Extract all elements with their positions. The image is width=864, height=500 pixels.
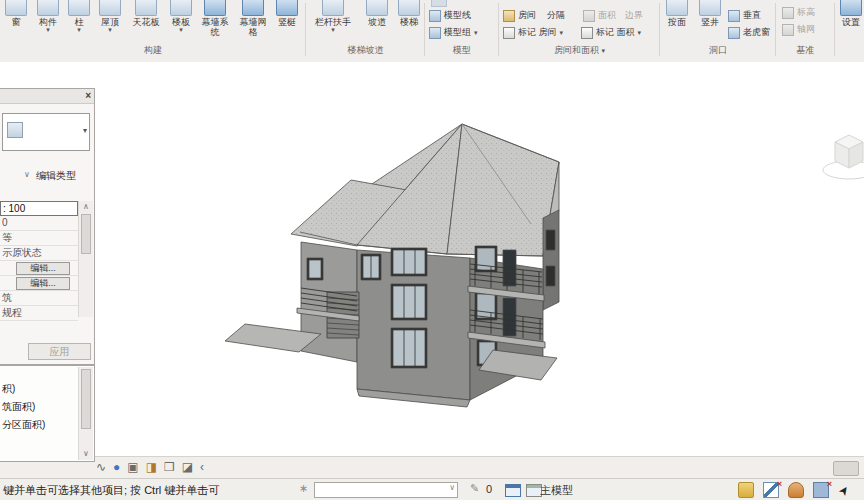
room-icon [503, 10, 515, 22]
tag-room-button[interactable]: 标记 房间 ▾ [503, 26, 563, 39]
select-by-face-icon[interactable]: × [813, 482, 829, 498]
visibility-edit-button[interactable]: 编辑... [16, 262, 70, 275]
mullion-icon [276, 0, 298, 16]
horizontal-scrollbar-thumb[interactable] [833, 461, 859, 476]
view-scale-value[interactable]: : 100 [0, 201, 78, 216]
detail-level-value[interactable]: 等 [0, 231, 78, 246]
scroll-down-icon[interactable]: ∨ [79, 448, 93, 460]
ceiling-button[interactable]: 天花板 [128, 0, 164, 27]
filter-icon[interactable] [738, 482, 754, 498]
properties-titlebar[interactable]: × [0, 89, 94, 104]
3d-building-model[interactable] [95, 62, 864, 456]
parts-visibility-value[interactable]: 示原状态 [0, 246, 78, 261]
button-label: 模型线 [444, 9, 471, 22]
select-pinned-icon[interactable] [788, 482, 804, 498]
visual-style-icon[interactable]: ∿ [96, 460, 106, 474]
hide-isolate-icon[interactable]: ◨ [146, 460, 157, 474]
drawing-area[interactable] [0, 62, 864, 456]
stair-icon [398, 0, 420, 16]
scrollbar-thumb[interactable] [81, 214, 91, 254]
ramp-button[interactable]: 坡道 [362, 0, 392, 27]
curtain-system-button[interactable]: 幕墙系统 [198, 0, 232, 37]
scrollbar-thumb[interactable] [81, 369, 91, 429]
status-bar: 键并单击可选择其他项目; 按 Ctrl 键并单击可 ∗ ∨ ✎ 0 主模型 × … [0, 478, 864, 500]
model-line-button[interactable]: 模型线 [429, 9, 471, 22]
room-button[interactable]: 房间 [503, 9, 536, 22]
drag-on-selection-icon[interactable]: ➤ [838, 482, 852, 496]
scroll-up-icon[interactable]: ∧ [79, 201, 93, 213]
shadows-icon[interactable]: ❒ [164, 460, 175, 474]
chevron-down-icon[interactable]: ∨ [24, 170, 30, 179]
opening-by-face-button[interactable]: 按面 [664, 0, 690, 27]
curtain-grid-button[interactable]: 幕墙网格 [236, 0, 270, 37]
room-separator-button[interactable]: 分隔 [547, 9, 565, 22]
panel-label-opening: 洞口 [660, 44, 776, 57]
model-group-button[interactable]: 模型组 ▾ [429, 26, 478, 39]
browser-scrollbar[interactable]: ∨ [78, 367, 93, 460]
discipline-value[interactable]: 筑 [0, 291, 78, 306]
button-label: 竖井 [701, 17, 719, 27]
workset-dropdown[interactable]: ∨ [314, 482, 458, 498]
stair-button[interactable]: 楼梯 [395, 0, 423, 27]
dropdown-arrow-icon: ▾ [602, 47, 606, 54]
column-button[interactable]: 柱 ▾ [66, 0, 92, 33]
hidden-lines-value[interactable]: 规程 [0, 306, 78, 321]
dropdown-arrow-icon[interactable]: ▾ [474, 30, 478, 36]
dropdown-arrow-icon[interactable]: ▾ [309, 27, 357, 33]
active-design-option[interactable]: 主模型 [540, 483, 573, 498]
button-label: 坡道 [368, 17, 386, 27]
crop-view-icon[interactable]: ▣ [127, 460, 138, 474]
graphics-edit-button[interactable]: 编辑... [16, 277, 70, 290]
mullion-button[interactable]: 竖梃 [272, 0, 302, 27]
viewcube[interactable] [823, 135, 864, 179]
dormer-button[interactable]: 老虎窗 [728, 26, 770, 39]
dropdown-arrow-icon[interactable]: ▾ [94, 27, 126, 33]
floor-button[interactable]: 楼板 ▾ [166, 0, 196, 33]
type-selector[interactable]: ▾ [2, 113, 90, 151]
panel-label-build: 构建 [0, 44, 306, 57]
edit-type-button[interactable]: 编辑类型 [36, 169, 76, 183]
set-workplane-icon [840, 0, 862, 16]
dropdown-arrow-icon[interactable]: ▾ [32, 27, 64, 33]
dropdown-arrow-icon[interactable]: ▾ [638, 30, 642, 36]
curtain-system-icon [204, 0, 226, 16]
dropdown-arrow-icon: ▾ [83, 126, 87, 135]
design-options-icon[interactable] [505, 484, 521, 497]
editing-requests-icon[interactable]: ✎ [470, 482, 479, 495]
button-label: 老虎窗 [743, 26, 770, 39]
component-button[interactable]: 构件 ▾ [32, 0, 64, 33]
level-icon [782, 7, 794, 19]
select-links-icon[interactable]: × [763, 482, 779, 498]
vertical-opening-icon [728, 10, 740, 22]
set-workplane-button[interactable]: 设置 [838, 0, 864, 27]
ribbon-panel-room-area: 房间 分隔 面积 边界 标记 房间 ▾ 标记 面积 ▾ 房间和面积 ▾ [499, 0, 660, 60]
railing-icon [322, 0, 344, 16]
window-button[interactable]: 窗 [2, 0, 30, 27]
shaft-button[interactable]: 竖井 [696, 0, 724, 27]
vertical-opening-button[interactable]: 垂直 [728, 9, 761, 22]
dropdown-arrow-icon[interactable]: ▾ [66, 27, 92, 33]
crop-region-icon[interactable]: ◪ [182, 460, 193, 474]
dropdown-arrow-icon[interactable]: ▾ [166, 27, 196, 33]
dropdown-arrow-icon[interactable]: ▾ [560, 30, 564, 36]
status-message: 键并单击可选择其他项目; 按 Ctrl 键并单击可 [3, 483, 219, 498]
ribbon-panel-build: 窗 构件 ▾ 柱 ▾ 屋顶 ▾ 天花板 楼板 ▾ 幕墙系统 [0, 0, 306, 60]
scroll-left-icon[interactable]: ‹ [200, 460, 204, 474]
button-label: 幕墙系统 [202, 17, 229, 37]
close-icon[interactable]: × [85, 90, 91, 101]
area-icon [583, 10, 595, 22]
panel-label-circulation: 楼梯坡道 [306, 44, 425, 57]
roof-button[interactable]: 屋顶 ▾ [94, 0, 126, 33]
tag-area-button[interactable]: 标记 面积 ▾ [581, 26, 641, 39]
panel-label-room-area[interactable]: 房间和面积 ▾ [499, 44, 660, 57]
railing-button[interactable]: 栏杆扶手 ▾ [309, 0, 357, 33]
properties-panel: × ▾ ∨ 编辑类型 : 100 0 等 示原状态 编辑... 编辑... 筑 … [0, 88, 95, 365]
apply-button[interactable]: 应用 [28, 343, 91, 360]
floor-icon [170, 0, 192, 16]
area-boundary-button: 边界 [625, 9, 643, 22]
sun-path-icon[interactable]: ● [113, 460, 120, 474]
ceiling-icon [135, 0, 157, 16]
properties-scrollbar[interactable]: ∧ [78, 201, 93, 317]
opening-by-face-icon [666, 0, 688, 16]
dormer-icon [728, 27, 740, 39]
